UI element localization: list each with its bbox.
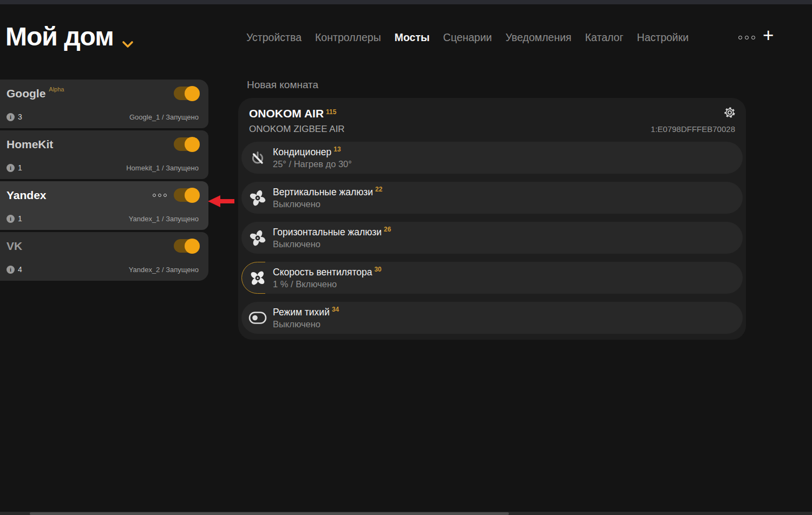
bridge-status: Yandex_1 / Запущено: [129, 215, 199, 223]
bridge-menu-icon[interactable]: [153, 194, 167, 197]
chevron-down-icon: [121, 25, 134, 55]
row-status: Выключено: [273, 199, 382, 209]
info-icon: i: [6, 266, 15, 274]
row-superscript: 30: [374, 266, 381, 273]
row-title: Вертикальные жалюзи: [273, 187, 373, 197]
info-count: 4: [18, 265, 22, 274]
bridge-status: Yandex_2 / Запущено: [129, 266, 199, 274]
tab-devices[interactable]: Устройства: [246, 31, 302, 44]
bridge-status: Homekit_1 / Запущено: [126, 164, 199, 172]
device-card-onokom-air: ONOKOM AIR115 ONOKOM ZIGBEE AIR 1:E0798D…: [238, 98, 746, 340]
toggle-knob: [185, 86, 200, 101]
info-icon: i: [6, 113, 15, 121]
device-title-superscript: 115: [326, 108, 336, 116]
bridge-card-yandex[interactable]: Yandex i 1 Yandex_1 / Запущено: [0, 181, 208, 230]
horizontal-scrollbar-thumb[interactable]: [30, 512, 509, 515]
tab-settings[interactable]: Настройки: [637, 31, 689, 44]
row-status: Выключено: [273, 319, 339, 329]
bridge-name: Google: [6, 87, 45, 100]
fan-icon: [247, 189, 269, 207]
power-off-icon: [247, 149, 269, 167]
row-superscript: 34: [332, 306, 339, 313]
toggle-knob: [185, 137, 200, 152]
window-top-edge: [0, 0, 812, 4]
row-title: Скорость вентилятора: [273, 267, 372, 278]
device-row-fan-speed[interactable]: Скорость вентилятора30 1 % / Включено: [241, 262, 743, 294]
device-row-quiet-mode[interactable]: Режим тихий34 Выключено: [241, 302, 743, 334]
room-title: Новая комната: [247, 79, 318, 91]
info-count: 1: [18, 163, 22, 172]
gear-icon[interactable]: [723, 106, 736, 121]
bridge-name: Yandex: [6, 189, 47, 201]
google-toggle[interactable]: [174, 87, 199, 100]
vk-toggle[interactable]: [174, 239, 199, 253]
main-nav: Устройства Контроллеры Мосты Сценарии Ув…: [246, 31, 689, 44]
info-icon: i: [6, 164, 15, 172]
tab-controllers[interactable]: Контроллеры: [315, 31, 381, 44]
info-icon: i: [6, 215, 15, 223]
homekit-toggle[interactable]: [174, 137, 199, 151]
red-arrow-annotation: [208, 195, 235, 207]
row-status: 1 % / Включено: [273, 279, 382, 289]
bridge-card-google[interactable]: Google Alpha i 3 Google_1 / Запущено: [0, 80, 208, 128]
row-title: Кондиционер: [273, 147, 331, 157]
info-count: 3: [18, 113, 22, 121]
tab-notifications[interactable]: Уведомления: [506, 31, 572, 44]
add-button[interactable]: +: [763, 25, 774, 44]
row-status: 25° / Нагрев до 30°: [273, 159, 352, 169]
row-status: Выключено: [273, 239, 391, 249]
fan-icon: [247, 229, 269, 247]
toggle-knob: [185, 188, 200, 203]
row-title: Горизонтальные жалюзи: [273, 227, 382, 237]
bridge-name: HomeKit: [6, 138, 53, 150]
more-menu-icon[interactable]: [738, 36, 755, 39]
device-title: ONOKOM AIR: [249, 107, 324, 120]
tab-catalog[interactable]: Каталог: [585, 31, 624, 44]
bridge-card-vk[interactable]: VK i 4 Yandex_2 / Запущено: [0, 232, 208, 281]
row-superscript: 22: [375, 186, 382, 193]
device-row-horizontal-louvers[interactable]: Горизонтальные жалюзи26 Выключено: [241, 222, 743, 254]
fan-icon: [247, 269, 269, 287]
home-selector[interactable]: Мой дом: [5, 18, 134, 55]
alpha-badge: Alpha: [49, 86, 64, 93]
bridges-sidebar: Google Alpha i 3 Google_1 / Запущено Hom…: [0, 80, 208, 281]
yandex-toggle[interactable]: [174, 188, 199, 202]
info-count: 1: [18, 214, 22, 223]
toggle-knob: [185, 239, 200, 254]
bridge-status: Google_1 / Запущено: [129, 113, 199, 121]
device-card-header: ONOKOM AIR115 ONOKOM ZIGBEE AIR 1:E0798D…: [241, 106, 743, 142]
toggle-off-icon: [247, 311, 269, 325]
row-title: Режим тихий: [273, 307, 330, 318]
device-row-conditioner[interactable]: Кондиционер13 25° / Нагрев до 30°: [241, 142, 743, 174]
row-superscript: 13: [333, 146, 340, 153]
row-superscript: 26: [384, 226, 391, 233]
bridge-card-homekit[interactable]: HomeKit i 1 Homekit_1 / Запущено: [0, 130, 208, 179]
device-subtitle: ONOKOM ZIGBEE AIR: [249, 124, 345, 135]
horizontal-scrollbar[interactable]: [0, 512, 812, 515]
device-row-vertical-louvers[interactable]: Вертикальные жалюзи22 Выключено: [241, 182, 743, 214]
tab-scenarios[interactable]: Сценарии: [443, 31, 492, 44]
tab-bridges[interactable]: Мосты: [395, 31, 430, 44]
device-id: 1:E0798DFFFEB70028: [651, 124, 735, 134]
bridge-name: VK: [6, 240, 22, 252]
page-title: Мой дом: [5, 22, 114, 51]
